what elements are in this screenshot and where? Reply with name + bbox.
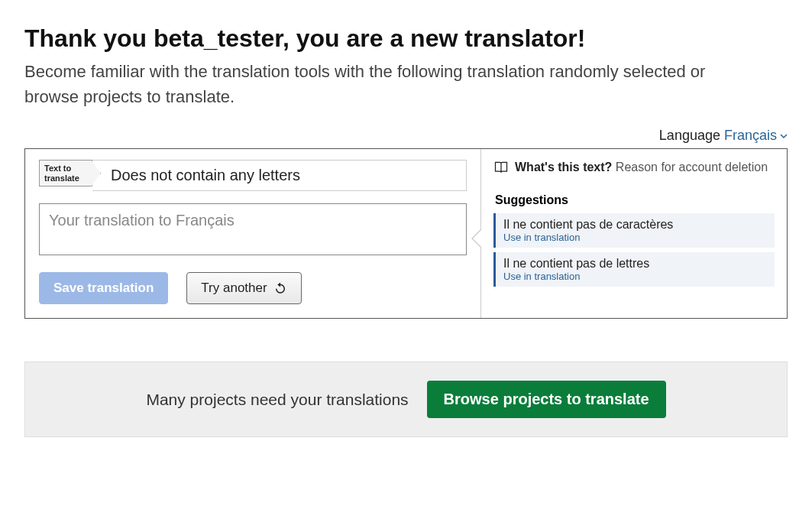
source-text-row: Text to translate Does not contain any l… [39,160,467,191]
book-icon [493,160,509,175]
suggestion-text: Il ne contient pas de caractères [503,218,767,232]
button-row: Save translation Try another [39,272,467,304]
speech-arrow-icon [471,229,481,248]
suggestions-heading: Suggestions [495,193,775,207]
language-dropdown[interactable]: Français [724,128,788,144]
use-suggestion-link[interactable]: Use in translation [503,232,767,243]
chevron-down-icon [780,132,788,140]
use-suggestion-link[interactable]: Use in translation [503,271,767,282]
language-selector-row: Language Français [24,128,788,144]
save-button[interactable]: Save translation [39,272,168,304]
context-reason: Reason for account deletion [616,161,768,174]
page-title: Thank you beta_tester, you are a new tra… [24,24,788,53]
translation-input[interactable] [39,203,467,255]
source-label-tag: Text to translate [39,160,92,187]
suggestion-item: Il ne contient pas de lettres Use in tra… [493,252,775,287]
browse-text: Many projects need your translations [146,391,408,409]
source-text: Does not contain any letters [92,160,467,191]
suggestion-text: Il ne contient pas de lettres [503,257,767,271]
translation-panel: Text to translate Does not contain any l… [24,148,788,319]
context-pane: What's this text? Reason for account del… [481,149,787,318]
browse-banner: Many projects need your translations Bro… [24,362,788,437]
try-another-button[interactable]: Try another [186,272,301,304]
try-another-label: Try another [201,281,267,296]
suggestion-item: Il ne contient pas de caractères Use in … [493,213,775,248]
translation-left-pane: Text to translate Does not contain any l… [25,149,481,318]
browse-projects-button[interactable]: Browse projects to translate [427,381,666,418]
language-label: Language [659,128,720,143]
page-subtitle: Become familiar with the translation too… [24,59,712,109]
context-row: What's this text? Reason for account del… [493,160,775,175]
language-value: Français [724,128,777,144]
context-label: What's this text? [515,161,612,174]
undo-icon [273,281,287,295]
